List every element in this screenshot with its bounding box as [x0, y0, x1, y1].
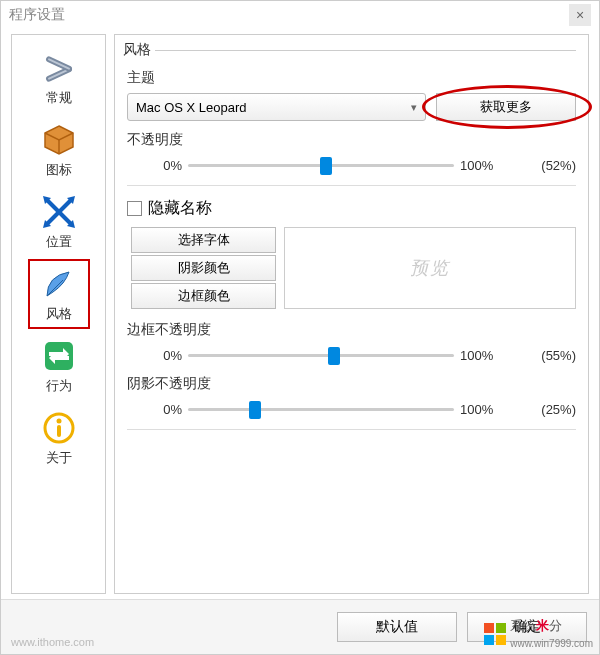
theme-value: Mac OS X Leopard: [136, 100, 247, 115]
slider-thumb[interactable]: [320, 157, 332, 175]
style-group: 风格 主题 Mac OS X Leopard ▾ 获取更多 不透明度: [127, 41, 576, 440]
group-title: 风格: [123, 41, 155, 59]
feather-icon: [40, 265, 78, 303]
border-opacity-slider-row: 0% 100% (55%): [127, 345, 576, 365]
theme-select[interactable]: Mac OS X Leopard ▾: [127, 93, 426, 121]
hide-name-checkbox[interactable]: [127, 201, 142, 216]
body-area: 常规 图标 位置 风格: [1, 29, 599, 599]
info-icon: [40, 409, 78, 447]
border-opacity-max-label: 100%: [460, 348, 515, 363]
font-area: 选择字体 阴影颜色 边框颜色 预览: [127, 227, 576, 309]
arrows-cross-icon: [40, 193, 78, 231]
shadow-opacity-label: 阴影不透明度: [127, 375, 576, 393]
sidebar: 常规 图标 位置 风格: [11, 34, 106, 594]
close-icon: ×: [576, 7, 584, 23]
sidebar-item-behavior[interactable]: 行为: [28, 331, 90, 401]
sidebar-item-label: 关于: [46, 449, 72, 467]
swap-icon: [40, 337, 78, 375]
titlebar: 程序设置 ×: [1, 1, 599, 29]
shadow-opacity-max-label: 100%: [460, 402, 515, 417]
choose-font-button[interactable]: 选择字体: [131, 227, 276, 253]
shadow-opacity-slider-row: 0% 100% (25%): [127, 399, 576, 419]
chevron-down-icon: ▾: [411, 101, 417, 114]
content-panel: 风格 主题 Mac OS X Leopard ▾ 获取更多 不透明度: [114, 34, 589, 594]
get-more-label: 获取更多: [480, 98, 532, 116]
preview-box: 预览: [284, 227, 576, 309]
hide-name-label: 隐藏名称: [148, 198, 212, 219]
hide-name-row: 隐藏名称: [127, 198, 576, 219]
slider-thumb[interactable]: [328, 347, 340, 365]
get-more-button[interactable]: 获取更多: [436, 93, 576, 121]
ok-button[interactable]: 确定: [467, 612, 587, 642]
border-opacity-value: (55%): [521, 348, 576, 363]
border-opacity-label: 边框不透明度: [127, 321, 576, 339]
opacity-slider-row: 0% 100% (52%): [127, 155, 576, 175]
close-button[interactable]: ×: [569, 4, 591, 26]
sidebar-item-icons[interactable]: 图标: [28, 115, 90, 185]
opacity-max-label: 100%: [460, 158, 515, 173]
svg-rect-14: [57, 425, 61, 437]
sidebar-item-label: 行为: [46, 377, 72, 395]
opacity-slider[interactable]: [188, 155, 454, 175]
divider: [127, 429, 576, 430]
border-opacity-slider[interactable]: [188, 345, 454, 365]
theme-label: 主题: [127, 69, 576, 87]
border-color-button[interactable]: 边框颜色: [131, 283, 276, 309]
preview-text: 预览: [410, 256, 450, 280]
sidebar-item-position[interactable]: 位置: [28, 187, 90, 257]
opacity-value: (52%): [521, 158, 576, 173]
sidebar-item-about[interactable]: 关于: [28, 403, 90, 473]
opacity-min-label: 0%: [127, 158, 182, 173]
svg-point-13: [56, 419, 61, 424]
bottom-bar: 默认值 确定: [1, 599, 599, 654]
border-opacity-min-label: 0%: [127, 348, 182, 363]
shadow-opacity-slider[interactable]: [188, 399, 454, 419]
shadow-color-button[interactable]: 阴影颜色: [131, 255, 276, 281]
shadow-opacity-value: (25%): [521, 402, 576, 417]
sidebar-item-label: 图标: [46, 161, 72, 179]
opacity-label: 不透明度: [127, 131, 576, 149]
sidebar-item-label: 风格: [46, 305, 72, 323]
default-button[interactable]: 默认值: [337, 612, 457, 642]
window-title: 程序设置: [9, 6, 569, 24]
sidebar-item-label: 位置: [46, 233, 72, 251]
tools-icon: [40, 49, 78, 87]
box-icon: [40, 121, 78, 159]
sidebar-item-style[interactable]: 风格: [28, 259, 90, 329]
shadow-opacity-min-label: 0%: [127, 402, 182, 417]
svg-rect-1: [46, 57, 71, 72]
divider: [127, 185, 576, 186]
settings-window: 程序设置 × 常规 图标 位置: [0, 0, 600, 655]
sidebar-item-label: 常规: [46, 89, 72, 107]
sidebar-item-general[interactable]: 常规: [28, 43, 90, 113]
slider-thumb[interactable]: [249, 401, 261, 419]
